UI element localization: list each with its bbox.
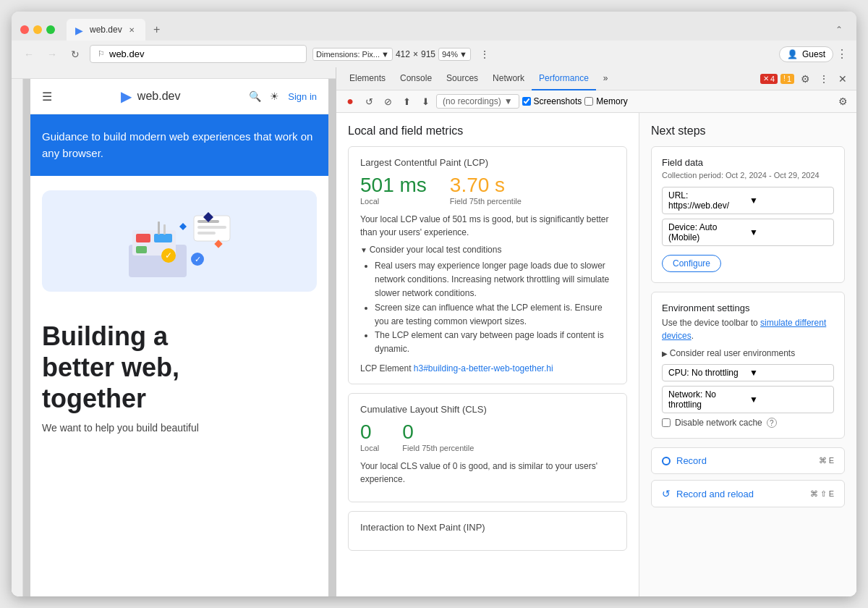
preview-inner: ☰ ▶ web.dev 🔍 ☀ Sign in (23, 79, 336, 596)
svg-rect-2 (136, 234, 150, 242)
dimensions-bar: Dimensions: Pix... ▼ 412 × 915 94% ▼ (312, 48, 471, 61)
toolbar-right: 👤 Guest ⋮ (779, 46, 848, 62)
memory-checkbox-container: Memory (584, 96, 627, 106)
address-bar: ← → ↻ ⚐ web.dev Dimensions: Pix... ▼ 412… (12, 41, 856, 67)
recording-select[interactable]: (no recordings) ▼ (436, 94, 519, 109)
chevron-down-icon: ▼ (749, 368, 827, 378)
browser-menu-button[interactable]: ⋮ (836, 47, 848, 61)
help-icon[interactable]: ? (767, 418, 777, 428)
tab-favicon: ▶ (75, 25, 85, 35)
inp-title: Interaction to Next Paint (INP) (360, 522, 615, 533)
address-text: web.dev (109, 48, 144, 59)
chevron-down-icon: ▼ (504, 96, 513, 106)
cpu-select[interactable]: CPU: No throttling ▼ (662, 364, 834, 381)
env-settings-card: Environment settings Use the device tool… (651, 292, 845, 439)
zoom-select[interactable]: 94% ▼ (438, 48, 471, 61)
tab-performance[interactable]: Performance (532, 67, 596, 90)
error-badge: ✕ 4 (760, 74, 778, 84)
memory-checkbox[interactable] (584, 97, 593, 106)
record-dot-button[interactable]: ● (342, 93, 358, 109)
site-h1: Building a better web, together (30, 306, 328, 415)
configure-button[interactable]: Configure (662, 255, 721, 272)
tab-close-button[interactable]: ✕ (127, 25, 137, 35)
svg-rect-3 (154, 234, 172, 242)
profile-button[interactable]: 👤 Guest (779, 46, 833, 62)
svg-rect-7 (197, 226, 226, 229)
consider-real-toggle[interactable]: Consider real user environments (662, 348, 834, 358)
lcp-element-link[interactable]: h3#building-a-better-web-together.hi (414, 363, 553, 373)
record-reload-button[interactable]: ↺ Record and reload ⌘ ⇧ E (651, 480, 845, 507)
disable-cache-checkbox[interactable] (662, 418, 671, 427)
settings-icon[interactable]: ⚙ (797, 71, 813, 87)
lock-icon: ⚐ (98, 49, 105, 59)
field-data-subtitle: Collection period: Oct 2, 2024 - Oct 29,… (662, 171, 834, 180)
devtools-kebab-icon[interactable]: ⋮ (816, 71, 832, 87)
logo-icon: ▶ (121, 88, 132, 105)
new-tab-button[interactable]: + (148, 21, 166, 38)
svg-rect-16 (158, 221, 160, 235)
record-shortcut: ⌘ E (819, 456, 834, 465)
device-select[interactable]: Device: Auto (Mobile) ▼ (662, 219, 834, 246)
env-settings-title: Environment settings (662, 303, 834, 313)
clear-button[interactable]: ⊘ (380, 93, 396, 109)
profile-icon: 👤 (787, 49, 798, 59)
cls-field-label: Field 75th percentile (402, 444, 474, 452)
capture-settings-icon[interactable]: ⚙ (835, 93, 851, 109)
cls-values: 0 Local 0 Field 75th percentile (360, 422, 615, 452)
record-button[interactable]: Record ⌘ E (651, 447, 845, 474)
screenshots-checkbox[interactable] (522, 97, 531, 106)
lcp-local-number: 501 ms (360, 175, 427, 195)
browser-window: ▶ web.dev ✕ + ⌃ ← → ↻ ⚐ web.dev Dimensio… (12, 12, 856, 596)
close-traffic-light[interactable] (20, 25, 29, 34)
devtools-options-icon[interactable]: ⋮ (477, 46, 493, 62)
devtools-tabs: Elements Console Sources Network Perform… (336, 67, 856, 90)
hamburger-icon[interactable]: ☰ (42, 90, 52, 104)
env-settings-desc: Use the device toolbar to simulate diffe… (662, 316, 834, 342)
lcp-card: Largest Contentful Paint (LCP) 501 ms Lo… (348, 146, 627, 384)
next-steps-title: Next steps (651, 124, 845, 138)
lcp-bullet-2: Screen size can influence what the LCP e… (375, 301, 615, 329)
cls-local-value: 0 Local (360, 422, 379, 452)
download-button[interactable]: ⬇ (417, 93, 433, 109)
logo-text: web.dev (137, 90, 181, 103)
sign-in-link[interactable]: Sign in (288, 91, 317, 102)
perf-sidebar: Next steps Field data Collection period:… (639, 113, 856, 596)
minimize-traffic-light[interactable] (33, 25, 42, 34)
search-icon[interactable]: 🔍 (249, 90, 261, 102)
address-input[interactable]: ⚐ web.dev (90, 45, 307, 63)
network-select[interactable]: Network: No throttling ▼ (662, 386, 834, 413)
preview-content: ☰ ▶ web.dev 🔍 ☀ Sign in (12, 79, 336, 596)
site-hero-text: Guidance to build modern web experiences… (42, 129, 317, 161)
lcp-consider-toggle[interactable]: Consider your local test conditions (360, 245, 615, 255)
record-left: Record (662, 455, 707, 466)
record-label: Record (676, 455, 707, 466)
forward-button[interactable]: → (43, 46, 61, 63)
upload-button[interactable]: ⬆ (399, 93, 414, 109)
tab-elements[interactable]: Elements (342, 67, 393, 90)
reload-button[interactable]: ↺ (361, 93, 377, 109)
browser-tab[interactable]: ▶ web.dev ✕ (67, 19, 145, 41)
field-data-card: Field data Collection period: Oct 2, 202… (651, 146, 845, 283)
cls-desc: Your local CLS value of 0 is good, and i… (360, 460, 615, 486)
url-select[interactable]: URL: https://web.dev/ ▼ (662, 187, 834, 214)
lcp-values: 501 ms Local 3.70 s Field 75th percentil… (360, 175, 615, 206)
back-button[interactable]: ← (20, 46, 38, 63)
devtools-close-icon[interactable]: ✕ (835, 71, 851, 87)
warning-badge: ! 1 (780, 74, 794, 84)
site-header-icons: 🔍 ☀ Sign in (249, 90, 317, 102)
tab-sources[interactable]: Sources (439, 67, 485, 90)
theme-toggle-icon[interactable]: ☀ (270, 90, 279, 102)
tab-network[interactable]: Network (485, 67, 532, 90)
lcp-element: LCP Element h3#building-a-better-web-tog… (360, 363, 615, 373)
fullscreen-traffic-light[interactable] (46, 25, 55, 34)
chevron-down-icon: ▼ (749, 227, 827, 237)
refresh-button[interactable]: ↻ (67, 46, 84, 63)
disable-cache-row: Disable network cache ? (662, 418, 834, 428)
dimensions-preset-select[interactable]: Dimensions: Pix... ▼ (312, 48, 393, 61)
tab-more[interactable]: » (596, 67, 616, 90)
lcp-bullets: Real users may experience longer page lo… (360, 259, 615, 356)
ruler-left (12, 79, 23, 596)
window-control[interactable]: ⌃ (830, 21, 848, 38)
warning-icon: ! (783, 75, 786, 83)
tab-console[interactable]: Console (393, 67, 439, 90)
